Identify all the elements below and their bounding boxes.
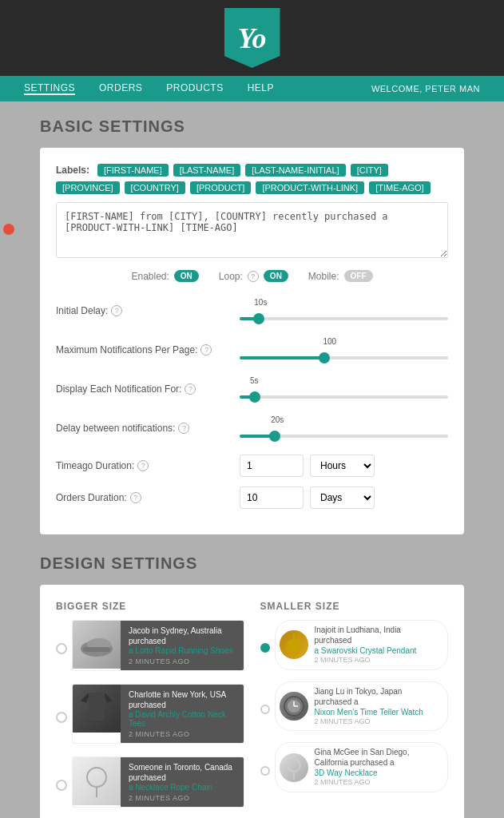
- smaller-body-3: Gina McGee in San Diego, California purc…: [315, 747, 440, 788]
- logo-badge: Yo: [224, 8, 280, 68]
- svg-point-12: [288, 759, 300, 772]
- smaller-notif-1: Inajoit in Ludhiana, India purchased a S…: [275, 620, 449, 670]
- smaller-img-3: [280, 753, 308, 782]
- bigger-img-3: [73, 757, 121, 805]
- bigger-time-3: 2 MINUTES AGO: [129, 794, 236, 802]
- smaller-text-3: Gina McGee in San Diego, California purc…: [315, 747, 440, 768]
- bigger-body-2: Charlotte in New York, USA purchased a D…: [121, 685, 244, 743]
- svg-point-6: [286, 638, 302, 654]
- duration-section: Timeago Duration: ? Hours Days Minutes O…: [56, 455, 448, 509]
- delay-between-slider[interactable]: [240, 435, 448, 438]
- smaller-time-1: 2 MINUTES AGO: [315, 656, 440, 665]
- loop-on[interactable]: ON: [264, 270, 288, 282]
- smaller-link-3: 3D Way Necklace: [315, 768, 440, 778]
- delay-between-control: 20s: [240, 415, 448, 440]
- smaller-img-2: [280, 692, 308, 721]
- nav-help[interactable]: HELP: [248, 82, 274, 95]
- smaller-size-title: SMALLER SIZE: [260, 601, 449, 612]
- bigger-radio-3[interactable]: [56, 780, 67, 791]
- mobile-toggle[interactable]: OFF: [344, 270, 373, 282]
- smaller-radio-3[interactable]: [260, 766, 270, 776]
- smaller-radio-2[interactable]: [260, 705, 270, 714]
- tag-time-ago[interactable]: [TIME-AGO]: [369, 181, 431, 194]
- bigger-link-2: a David Archly Cotton Neck Tees: [129, 710, 236, 728]
- bigger-link-3: a Necklace Rope Chain: [129, 783, 236, 792]
- template-textarea[interactable]: [FIRST-NAME] from [CITY], [COUNTRY] rece…: [56, 202, 448, 258]
- max-notif-value: 100: [323, 337, 336, 346]
- bigger-item-3: Someone in Toronto, Canada purchased a N…: [56, 756, 244, 814]
- max-notif-slider[interactable]: [240, 356, 448, 359]
- smaller-body-1: Inajoit in Ludhiana, India purchased a S…: [315, 625, 440, 665]
- tag-product[interactable]: [PRODUCT]: [190, 181, 252, 194]
- enabled-toggle-group: Enabled: ON: [131, 270, 198, 282]
- loop-help-icon[interactable]: ?: [248, 271, 259, 282]
- navigation: SETTINGS ORDERS PRODUCTS HELP WELCOME, P…: [0, 76, 504, 101]
- logo-text: Yo: [238, 22, 267, 55]
- bigger-radio-2[interactable]: [56, 712, 67, 723]
- main-content: BASIC SETTINGS Labels: [FIRST-NAME] [LAS…: [0, 101, 504, 818]
- timeago-label: Timeago Duration: ?: [56, 460, 240, 471]
- nav-left: SETTINGS ORDERS PRODUCTS HELP: [24, 82, 274, 95]
- orders-help[interactable]: ?: [130, 492, 141, 503]
- delay-between-slider-container: 20s: [240, 415, 448, 440]
- bigger-size-col: BIGGER SIZE Jacob in Sydney, Australia p…: [56, 601, 244, 818]
- orders-row: Orders Duration: ? Days Hours Minutes: [56, 486, 448, 509]
- bigger-radio-1[interactable]: [56, 643, 67, 654]
- timeago-select[interactable]: Hours Days Minutes: [310, 455, 375, 477]
- labels-row: Labels: [FIRST-NAME] [LAST-NAME] [LAST-N…: [56, 164, 448, 194]
- tag-firstname[interactable]: [FIRST-NAME]: [97, 164, 169, 177]
- sliders-section: Initial Delay: ? 10s Maximum Notificatio…: [56, 298, 448, 440]
- tag-lastname-initial[interactable]: [LAST-NAME-INITIAL]: [245, 164, 345, 177]
- orders-controls: Days Hours Minutes: [240, 486, 375, 509]
- bigger-notif-card-2: Charlotte in New York, USA purchased a D…: [72, 684, 244, 744]
- timeago-input[interactable]: [240, 455, 304, 477]
- tag-product-with-link[interactable]: [PRODUCT-WITH-LINK]: [256, 181, 364, 194]
- smaller-link-1: a Swarovski Crystal Pendant: [315, 645, 440, 656]
- enabled-toggle[interactable]: ON: [174, 270, 199, 282]
- display-each-slider[interactable]: [240, 395, 448, 399]
- max-notif-help[interactable]: ?: [200, 344, 212, 355]
- nav-products[interactable]: PRODUCTS: [166, 82, 223, 95]
- display-each-control: 5s: [240, 376, 448, 401]
- bigger-notif-card-3: Someone in Toronto, Canada purchased a N…: [72, 756, 244, 808]
- display-each-slider-container: 5s: [240, 376, 448, 401]
- bigger-item-2: Charlotte in New York, USA purchased a D…: [56, 684, 244, 750]
- initial-delay-help[interactable]: ?: [111, 305, 122, 316]
- toggle-row: Enabled: ON Loop: ? ON Mobile: OFF: [56, 270, 448, 282]
- header: Yo: [0, 0, 504, 76]
- bigger-time-2: 2 MINUTES AGO: [129, 730, 236, 738]
- bigger-body-3: Someone in Toronto, Canada purchased a N…: [121, 757, 244, 807]
- tag-lastname[interactable]: [LAST-NAME]: [173, 164, 240, 177]
- max-notif-row: Maximum Notifications Per Page: ? 100: [56, 337, 448, 362]
- mobile-off[interactable]: OFF: [344, 270, 373, 282]
- bigger-item-1: Jacob in Sydney, Australia purchased a L…: [56, 620, 244, 677]
- tag-country[interactable]: [COUNTRY]: [125, 181, 185, 194]
- bigger-link-1: a Lotto Rapid Running Shoes: [129, 646, 236, 655]
- bigger-img-2: [73, 685, 121, 733]
- display-each-label: Display Each Notification For: ?: [56, 383, 240, 395]
- display-each-help[interactable]: ?: [185, 383, 196, 395]
- nav-settings[interactable]: SETTINGS: [24, 82, 75, 95]
- max-notif-control: 100: [240, 337, 448, 362]
- timeago-help[interactable]: ?: [137, 460, 149, 471]
- labels-prefix: Labels:: [56, 165, 89, 176]
- smaller-time-3: 2 MINUTES AGO: [315, 778, 440, 788]
- enabled-on[interactable]: ON: [174, 270, 199, 282]
- bigger-notif-card-1: Jacob in Sydney, Australia purchased a L…: [72, 620, 244, 671]
- svg-point-4: [87, 768, 106, 787]
- orders-input[interactable]: [240, 486, 304, 509]
- tag-city[interactable]: [CITY]: [351, 164, 388, 177]
- initial-delay-slider-container: 10s: [240, 298, 448, 323]
- smaller-text-1: Inajoit in Ludhiana, India purchased: [315, 625, 440, 645]
- orders-select[interactable]: Days Hours Minutes: [310, 486, 375, 509]
- bigger-size-title: BIGGER SIZE: [56, 601, 244, 612]
- delay-between-row: Delay between notifications: ? 20s: [56, 415, 448, 440]
- smaller-radio-1[interactable]: [260, 643, 270, 653]
- loop-toggle[interactable]: ON: [264, 270, 288, 282]
- design-settings-title: DESIGN SETTINGS: [40, 554, 464, 573]
- delay-between-help[interactable]: ?: [178, 423, 189, 434]
- bigger-time-1: 2 MINUTES AGO: [129, 657, 236, 665]
- nav-orders[interactable]: ORDERS: [99, 82, 142, 95]
- initial-delay-slider[interactable]: [240, 317, 448, 320]
- tag-province[interactable]: [PROVINCE]: [56, 181, 120, 194]
